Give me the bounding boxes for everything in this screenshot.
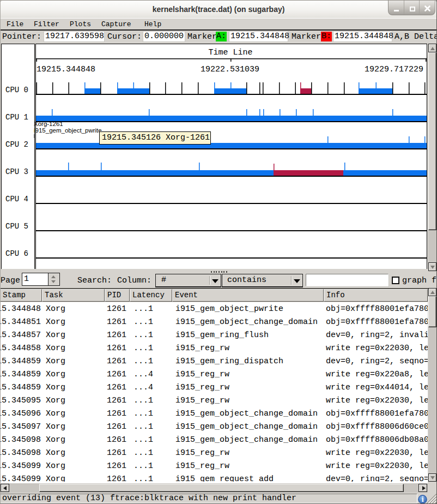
svg-text:i915_gem_object_pwrite: i915_gem_object_pwrite [34, 127, 102, 134]
svg-text:Xorg-1261: Xorg-1261 [34, 121, 63, 127]
svg-text:Time Line: Time Line [208, 48, 252, 57]
svg-text:i: i [422, 495, 424, 503]
svg-text:19222.531039: 19222.531039 [201, 65, 259, 74]
svg-text:19229.717229: 19229.717229 [365, 65, 423, 74]
svg-text:19215.344848: 19215.344848 [37, 65, 95, 74]
